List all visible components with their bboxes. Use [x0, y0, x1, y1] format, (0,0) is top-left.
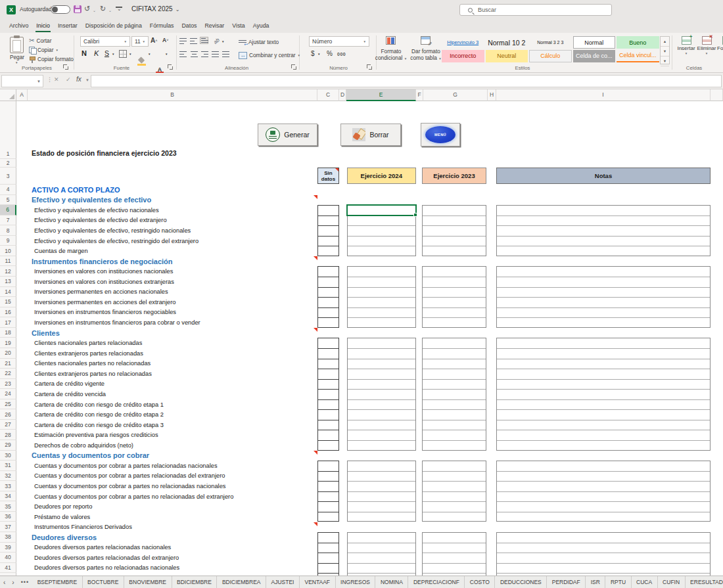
column-header-G[interactable]: G — [423, 89, 488, 101]
decrease-font-icon[interactable]: A˅ — [162, 37, 168, 43]
menu-tab-datos[interactable]: Datos — [177, 20, 200, 33]
increase-font-icon[interactable]: A˄ — [151, 37, 157, 44]
input-cells-I19-29[interactable] — [496, 338, 711, 450]
styles-gallery-scrollbar[interactable]: ▲▼▼ — [660, 36, 670, 64]
row-header-8[interactable]: 8 — [0, 225, 16, 236]
next-sheet-icon[interactable]: › — [9, 579, 17, 586]
cut-button[interactable]: ✂ Cortar — [29, 37, 51, 45]
menu-tab-inicio[interactable]: Inicio — [32, 20, 54, 33]
row-header-41[interactable]: 41 — [0, 563, 16, 574]
align-top-icon[interactable] — [179, 37, 188, 45]
sheet-tab-cuca[interactable]: CUCA — [632, 576, 658, 588]
input-cells-I12-17[interactable] — [496, 266, 711, 327]
sheet-tab-ajustei[interactable]: AJUSTEI — [266, 576, 300, 588]
input-cells-E19-29[interactable] — [347, 338, 417, 450]
align-center-icon[interactable] — [190, 51, 198, 58]
sheet-tab-rptu[interactable]: RPTU — [605, 576, 631, 588]
input-cells-C19-29[interactable] — [317, 338, 339, 450]
workbook-name[interactable]: CIFITAX 2025⌄ — [131, 5, 179, 12]
input-cells-C38-42[interactable] — [317, 532, 339, 576]
number-dialog-launcher[interactable] — [367, 64, 372, 70]
enter-formula-icon[interactable]: ✓ — [66, 76, 71, 83]
sheet-tab-costo[interactable]: COSTO — [465, 576, 495, 588]
redo-chevron-icon[interactable]: ⌄ — [108, 8, 112, 12]
currency-chevron-icon[interactable]: ▼ — [317, 53, 320, 56]
percent-icon[interactable]: % — [327, 50, 333, 57]
row-header-5[interactable]: 5 — [0, 195, 16, 206]
column-header-B[interactable]: B — [28, 89, 317, 101]
style-check[interactable]: Celda de co... — [573, 50, 616, 62]
underline-button[interactable]: S — [105, 49, 109, 57]
column-header-F[interactable]: F — [416, 89, 423, 101]
row-header-14[interactable]: 14 — [0, 287, 16, 298]
input-cells-G31-36[interactable] — [422, 461, 486, 522]
input-cells-C12-17[interactable] — [317, 266, 339, 327]
insert-cells-button[interactable]: Insertar ▼ — [676, 36, 697, 55]
row-header-17[interactable]: 17 — [0, 317, 16, 328]
font-dialog-launcher[interactable] — [168, 64, 173, 70]
style-normal323[interactable]: Normal 3 2 3 — [529, 36, 572, 49]
save-icon[interactable] — [74, 5, 82, 13]
column-header-I[interactable]: I — [496, 89, 711, 101]
wrap-text-button[interactable]: Ajustar texto — [239, 38, 279, 46]
orientation-icon[interactable]: ab — [212, 37, 221, 45]
row-header-24[interactable]: 24 — [0, 389, 16, 399]
menu-button[interactable]: MENÚ — [421, 123, 460, 147]
menu-tab-ayuda[interactable]: Ayuda — [249, 20, 273, 33]
row-header-4[interactable]: 4 — [0, 185, 16, 195]
input-cells-I31-36[interactable] — [496, 461, 711, 522]
row-header-35[interactable]: 35 — [0, 501, 16, 512]
select-all-corner[interactable] — [0, 89, 16, 101]
row-header-22[interactable]: 22 — [0, 369, 16, 379]
sheet-tab-eresultados[interactable]: ERESULTADOS — [686, 576, 723, 588]
row-header-2[interactable]: 2 — [0, 159, 16, 168]
column-header-A[interactable]: A — [16, 89, 28, 101]
row-header-13[interactable]: 13 — [0, 277, 16, 287]
column-header-C[interactable]: C — [317, 89, 339, 101]
row-header-26[interactable]: 26 — [0, 409, 16, 420]
menu-tab-disposicindepgina[interactable]: Disposición de página — [82, 20, 146, 33]
borders-icon[interactable] — [119, 50, 127, 58]
column-header-j[interactable] — [711, 89, 723, 101]
row-header-7[interactable]: 7 — [0, 215, 16, 226]
sheet-tab-ventaaf[interactable]: VENTAAF — [300, 576, 336, 588]
menu-tab-frmulas[interactable]: Fórmulas — [146, 20, 178, 33]
row-header-37[interactable]: 37 — [0, 522, 16, 532]
underline-chevron-icon[interactable]: ▼ — [112, 53, 114, 56]
number-format-select[interactable]: Número▼ — [309, 36, 369, 47]
clipboard-dialog-launcher[interactable] — [63, 64, 68, 70]
input-cells-E31-36[interactable] — [347, 461, 417, 522]
insert-function-icon[interactable]: fx — [76, 76, 82, 83]
row-header-23[interactable]: 23 — [0, 379, 16, 390]
bold-button[interactable]: N — [82, 49, 87, 57]
style-good[interactable]: Bueno — [617, 36, 659, 49]
input-cells-E38-42[interactable] — [347, 532, 417, 576]
orientation-chevron-icon[interactable]: ▼ — [222, 40, 224, 43]
row-header-21[interactable]: 21 — [0, 359, 16, 369]
row-header-12[interactable]: 12 — [0, 266, 16, 277]
style-linked[interactable]: Celda vincul... — [617, 50, 659, 62]
name-box[interactable]: ▼ — [1, 75, 43, 87]
format-painter-button[interactable]: Copiar formato — [29, 55, 74, 63]
redo-icon[interactable]: ↻ — [100, 5, 106, 13]
row-header-40[interactable]: 40 — [0, 553, 16, 563]
generar-button[interactable]: Generar — [258, 124, 317, 146]
currency-icon[interactable]: $ — [311, 50, 315, 57]
row-header-9[interactable]: 9 — [0, 236, 16, 246]
row-header-33[interactable]: 33 — [0, 481, 16, 491]
excel-app-icon[interactable]: X — [7, 5, 16, 14]
row-header-3[interactable]: 3 — [0, 168, 16, 185]
row-header-39[interactable]: 39 — [0, 543, 16, 553]
sheet-tab-perdidaf[interactable]: PERDIDAF — [547, 576, 586, 588]
row-header-20[interactable]: 20 — [0, 348, 16, 359]
row-header-10[interactable]: 10 — [0, 246, 16, 256]
sheet-tab-cufin[interactable]: CUFIN — [658, 576, 686, 588]
column-header-H[interactable]: H — [488, 89, 496, 101]
sheet-tab-nomina[interactable]: NOMINA — [375, 576, 408, 588]
style-hyperlink[interactable]: Hipervínculo 3 — [442, 36, 484, 49]
sheet-tab-deducciones[interactable]: DEDUCCIONES — [495, 576, 547, 588]
input-cells-G38-42[interactable] — [422, 532, 486, 576]
input-cells-G6-10[interactable] — [422, 205, 486, 256]
row-header-38[interactable]: 38 — [0, 532, 16, 543]
autosave-toggle[interactable] — [51, 5, 70, 14]
